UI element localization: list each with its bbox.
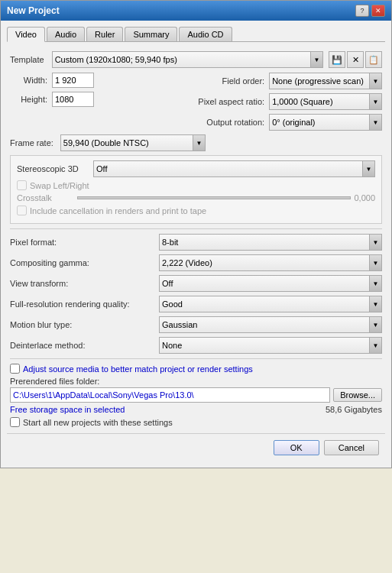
field-order-label: Field order: xyxy=(181,76,269,86)
output-rotation-select[interactable]: 0° (original) ▼ xyxy=(269,114,382,131)
dialog-content: Video Audio Ruler Summary Audio CD Templ… xyxy=(1,21,391,468)
tab-audiocd[interactable]: Audio CD xyxy=(179,27,232,41)
height-input[interactable] xyxy=(52,92,94,107)
deinterlace-select[interactable]: None ▼ xyxy=(159,337,382,354)
template-arrow-icon: ▼ xyxy=(310,52,322,67)
include-cancellation-row: Include cancellation in renders and prin… xyxy=(17,206,375,215)
compositing-gamma-row: Compositing gamma: 2,222 (Video) ▼ xyxy=(10,254,382,271)
prerendered-folder-input[interactable] xyxy=(10,387,330,403)
adjust-source-label: Adjust source media to better match proj… xyxy=(23,364,253,374)
free-space-value: 58,6 Gigabytes xyxy=(326,405,382,414)
motion-blur-value: Gaussian xyxy=(162,320,212,329)
footer-buttons: OK Cancel xyxy=(7,433,385,461)
help-button[interactable]: ? xyxy=(355,5,369,17)
stereoscopic-section: Stereoscopic 3D Off ▼ Swap Left/Right Cr… xyxy=(10,155,382,224)
window-title: New Project xyxy=(7,5,60,16)
close-button[interactable]: ✕ xyxy=(371,5,385,17)
pixel-aspect-row: Pixel aspect ratio: 1,0000 (Square) ▼ xyxy=(181,93,382,110)
deinterlace-label: Deinterlace method: xyxy=(10,341,159,350)
adjust-source-checkbox[interactable] xyxy=(10,364,20,374)
field-order-select[interactable]: None (progressive scan) ▼ xyxy=(269,73,382,89)
swap-checkbox[interactable] xyxy=(17,180,27,190)
dimensions-section: Width: Height: Field order: None (progre… xyxy=(10,73,382,134)
output-rotation-row: Output rotation: 0° (original) ▼ xyxy=(181,114,382,131)
full-res-quality-arrow-icon: ▼ xyxy=(369,296,381,312)
left-column: Width: Height: xyxy=(10,73,181,134)
include-cancellation-checkbox[interactable] xyxy=(17,206,27,215)
template-label: Template xyxy=(10,55,44,64)
field-order-arrow-icon: ▼ xyxy=(369,73,381,89)
stereo-select[interactable]: Off ▼ xyxy=(93,160,375,177)
compositing-gamma-label: Compositing gamma: xyxy=(10,258,159,267)
width-label: Width: xyxy=(10,76,52,85)
width-row: Width: xyxy=(10,73,181,88)
full-res-quality-label: Full-resolution rendering quality: xyxy=(10,299,159,309)
full-res-quality-row: Full-resolution rendering quality: Good … xyxy=(10,296,382,312)
adjust-source-row: Adjust source media to better match proj… xyxy=(10,364,382,374)
view-transform-select[interactable]: Off ▼ xyxy=(159,275,382,292)
tab-audio[interactable]: Audio xyxy=(47,27,85,41)
stereo-value: Off xyxy=(96,164,122,173)
start-all-new-label: Start all new projects with these settin… xyxy=(23,418,173,427)
deinterlace-row: Deinterlace method: None ▼ xyxy=(10,337,382,354)
width-input[interactable] xyxy=(52,73,94,88)
swap-label: Swap Left/Right xyxy=(30,181,89,190)
copy-template-button[interactable]: 📋 xyxy=(365,51,382,68)
form-area: Template Custom (1920x1080; 59,940 fps) … xyxy=(7,48,385,433)
crosstalk-value: 0,000 xyxy=(354,193,375,202)
pixel-aspect-value: 1,0000 (Square) xyxy=(272,97,348,106)
start-all-new-row: Start all new projects with these settin… xyxy=(10,417,382,427)
pixel-format-value: 8-bit xyxy=(162,238,193,247)
start-all-new-checkbox[interactable] xyxy=(10,417,20,427)
prerendered-folder-row: Browse... xyxy=(10,387,382,403)
view-transform-arrow-icon: ▼ xyxy=(369,276,381,291)
framerate-arrow-icon: ▼ xyxy=(193,135,205,151)
swap-row: Swap Left/Right xyxy=(17,180,375,190)
stereo-label: Stereoscopic 3D xyxy=(17,164,93,173)
prerendered-folder-label: Prerendered files folder: xyxy=(10,377,99,386)
view-transform-row: View transform: Off ▼ xyxy=(10,275,382,292)
field-order-row: Field order: None (progressive scan) ▼ xyxy=(181,73,382,89)
framerate-select[interactable]: 59,940 (Double NTSC) ▼ xyxy=(60,134,206,151)
crosstalk-slider[interactable] xyxy=(77,196,351,199)
crosstalk-row: Crosstalk 0,000 xyxy=(17,193,375,202)
title-bar: New Project ? ✕ xyxy=(1,1,391,21)
tab-bar: Video Audio Ruler Summary Audio CD xyxy=(7,27,385,42)
output-rotation-value: 0° (original) xyxy=(272,118,330,127)
framerate-row: Frame rate: 59,940 (Double NTSC) ▼ xyxy=(10,134,382,151)
prerendered-folder-section: Prerendered files folder: Browse... xyxy=(10,377,382,403)
prerendered-folder-label-row: Prerendered files folder: xyxy=(10,377,382,386)
motion-blur-select[interactable]: Gaussian ▼ xyxy=(159,316,382,333)
motion-blur-arrow-icon: ▼ xyxy=(369,317,381,332)
tab-summary[interactable]: Summary xyxy=(125,27,177,41)
tab-video[interactable]: Video xyxy=(7,27,45,42)
delete-template-button[interactable]: ✕ xyxy=(347,51,364,68)
output-rotation-label: Output rotation: xyxy=(181,118,269,127)
pixel-aspect-select[interactable]: 1,0000 (Square) ▼ xyxy=(269,93,382,110)
motion-blur-label: Motion blur type: xyxy=(10,320,159,329)
template-row: Template Custom (1920x1080; 59,940 fps) … xyxy=(10,51,382,68)
pixel-aspect-label: Pixel aspect ratio: xyxy=(181,97,269,106)
template-icon-group: 💾 ✕ 📋 xyxy=(329,51,382,68)
pixel-format-arrow-icon: ▼ xyxy=(369,235,381,250)
pixel-aspect-arrow-icon: ▼ xyxy=(369,94,381,109)
framerate-label: Frame rate: xyxy=(10,138,53,147)
ok-button[interactable]: OK xyxy=(274,440,319,455)
deinterlace-value: None xyxy=(162,341,197,350)
tab-ruler[interactable]: Ruler xyxy=(86,27,123,41)
pixel-format-row: Pixel format: 8-bit ▼ xyxy=(10,234,382,251)
free-space-label: Free storage space in selected xyxy=(10,405,125,414)
full-res-quality-select[interactable]: Good ▼ xyxy=(159,296,382,312)
compositing-gamma-select[interactable]: 2,222 (Video) ▼ xyxy=(159,254,382,271)
template-select[interactable]: Custom (1920x1080; 59,940 fps) ▼ xyxy=(52,51,323,68)
cancel-button[interactable]: Cancel xyxy=(324,440,379,455)
full-res-quality-value: Good xyxy=(162,299,198,309)
browse-button[interactable]: Browse... xyxy=(333,388,382,402)
view-transform-value: Off xyxy=(162,279,188,288)
stereo-arrow-icon: ▼ xyxy=(362,161,374,176)
save-template-button[interactable]: 💾 xyxy=(329,51,345,68)
compositing-gamma-value: 2,222 (Video) xyxy=(162,258,228,267)
compositing-gamma-arrow-icon: ▼ xyxy=(369,255,381,270)
stereo-main-row: Stereoscopic 3D Off ▼ xyxy=(17,160,375,177)
pixel-format-select[interactable]: 8-bit ▼ xyxy=(159,234,382,251)
